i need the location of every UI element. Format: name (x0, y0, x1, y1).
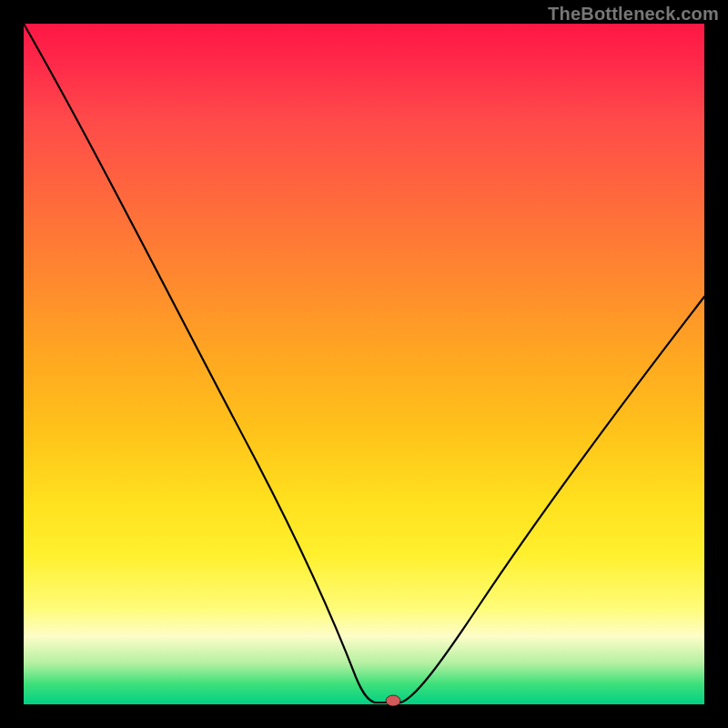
bottleneck-curve-path (24, 24, 704, 703)
watermark-text: TheBottleneck.com (548, 4, 719, 25)
optimal-point-marker (386, 695, 400, 706)
curve-svg (24, 24, 704, 704)
chart-frame: TheBottleneck.com (0, 0, 728, 728)
plot-area (24, 24, 704, 704)
